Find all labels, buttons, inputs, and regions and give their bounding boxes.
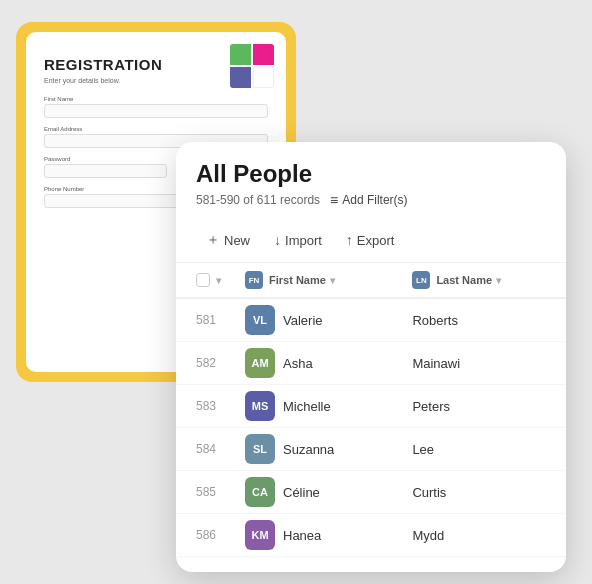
avatar: AM — [245, 348, 275, 378]
last-name-cell: Roberts — [400, 298, 566, 342]
table-row[interactable]: 584 SL Suzanna Lee — [176, 428, 566, 471]
filter-label: Add Filter(s) — [342, 193, 407, 207]
last-name-cell: Curtis — [400, 471, 566, 514]
scene: REGISTRATION Enter your details below. F… — [16, 22, 576, 562]
people-meta: 581-590 of 611 records ≡ Add Filter(s) — [196, 192, 546, 208]
row-number: 584 — [176, 428, 233, 471]
first-name-cell: Suzanna — [283, 442, 334, 457]
avatar: KM — [245, 520, 275, 550]
table-body: 581 VL Valerie Roberts 582 AM Asha Maina… — [176, 298, 566, 557]
first-name-cell: Céline — [283, 485, 320, 500]
filter-button[interactable]: ≡ Add Filter(s) — [330, 192, 408, 208]
table-container: ▾ FN First Name ▾ LN — [176, 263, 566, 572]
avatar: SL — [245, 434, 275, 464]
people-title: All People — [196, 160, 546, 188]
first-name-cell: Michelle — [283, 399, 331, 414]
password-input[interactable] — [44, 164, 167, 178]
export-button[interactable]: ↑ Export — [336, 227, 405, 253]
upload-icon: ↑ — [346, 232, 353, 248]
first-name-cell: Valerie — [283, 313, 323, 328]
firstname-sort-icon[interactable]: ▾ — [330, 275, 335, 286]
new-button[interactable]: ＋ New — [196, 226, 260, 254]
first-name-cell: Hanea — [283, 528, 321, 543]
table-row[interactable]: 581 VL Valerie Roberts — [176, 298, 566, 342]
row-number: 583 — [176, 385, 233, 428]
last-name-cell: Lee — [400, 428, 566, 471]
import-label: Import — [285, 233, 322, 248]
last-name-cell: Mydd — [400, 514, 566, 557]
table-row[interactable]: 583 MS Michelle Peters — [176, 385, 566, 428]
plus-icon: ＋ — [206, 231, 220, 249]
fn-badge: FN — [245, 271, 263, 289]
last-name-cell: Peters — [400, 385, 566, 428]
ln-badge: LN — [412, 271, 430, 289]
lastname-col-label: Last Name — [436, 274, 492, 286]
row-number: 582 — [176, 342, 233, 385]
new-label: New — [224, 233, 250, 248]
logo — [230, 44, 274, 88]
filter-icon: ≡ — [330, 192, 338, 208]
col-header-lastname[interactable]: LN Last Name ▾ — [400, 263, 566, 298]
table-row[interactable]: 586 KM Hanea Mydd — [176, 514, 566, 557]
download-icon: ↓ — [274, 232, 281, 248]
logo-cell-purple — [230, 67, 251, 88]
import-button[interactable]: ↓ Import — [264, 227, 332, 253]
logo-cell-white — [253, 67, 274, 88]
checkbox-header: ▾ — [176, 263, 233, 298]
row-number: 585 — [176, 471, 233, 514]
avatar-first-cell: SL Suzanna — [233, 428, 400, 470]
people-header: All People 581-590 of 611 records ≡ Add … — [176, 142, 566, 218]
first-name-cell: Asha — [283, 356, 313, 371]
people-card: All People 581-590 of 611 records ≡ Add … — [176, 142, 566, 572]
lastname-sort-icon[interactable]: ▾ — [496, 275, 501, 286]
logo-cell-green — [230, 44, 251, 65]
avatar: CA — [245, 477, 275, 507]
people-table: ▾ FN First Name ▾ LN — [176, 263, 566, 557]
logo-cell-pink — [253, 44, 274, 65]
avatar-first-cell: CA Céline — [233, 471, 400, 513]
avatar: VL — [245, 305, 275, 335]
row-number: 586 — [176, 514, 233, 557]
col-header-firstname[interactable]: FN First Name ▾ — [233, 263, 400, 298]
first-name-label: First Name — [44, 96, 268, 102]
select-all-checkbox[interactable] — [196, 273, 210, 287]
avatar-first-cell: MS Michelle — [233, 385, 400, 427]
last-name-cell: Mainawi — [400, 342, 566, 385]
export-label: Export — [357, 233, 395, 248]
avatar: MS — [245, 391, 275, 421]
table-header-row: ▾ FN First Name ▾ LN — [176, 263, 566, 298]
email-label: Email Address — [44, 126, 268, 132]
avatar-first-cell: VL Valerie — [233, 299, 400, 341]
table-row[interactable]: 585 CA Céline Curtis — [176, 471, 566, 514]
firstname-col-label: First Name — [269, 274, 326, 286]
row-number: 581 — [176, 298, 233, 342]
avatar-first-cell: KM Hanea — [233, 514, 400, 556]
avatar-first-cell: AM Asha — [233, 342, 400, 384]
records-info: 581-590 of 611 records — [196, 193, 320, 207]
toolbar: ＋ New ↓ Import ↑ Export — [176, 218, 566, 263]
table-row[interactable]: 582 AM Asha Mainawi — [176, 342, 566, 385]
first-name-input[interactable] — [44, 104, 268, 118]
chevron-down-icon[interactable]: ▾ — [216, 275, 221, 286]
